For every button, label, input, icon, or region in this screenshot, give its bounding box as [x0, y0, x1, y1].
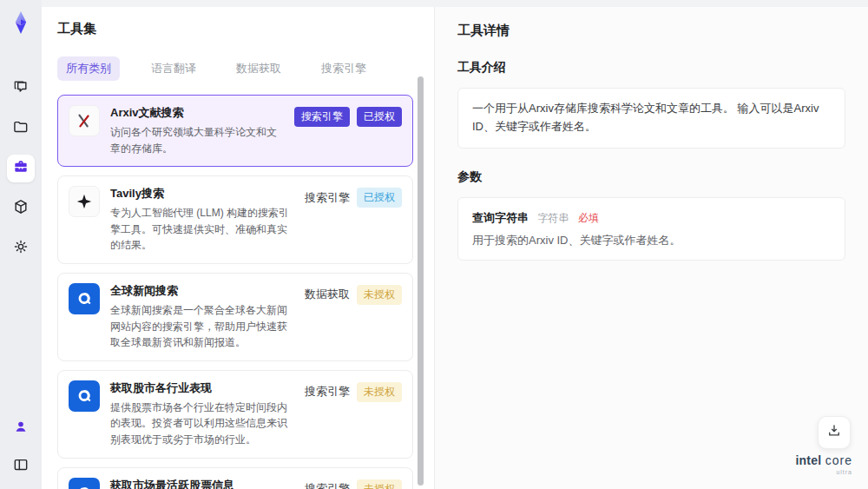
status-badge: 未授权 [357, 285, 402, 305]
finance-app-logo-icon [69, 478, 100, 489]
sidebar-item-chat[interactable] [7, 75, 35, 102]
folder-icon [12, 118, 30, 139]
tool-description: 访问各个研究领域大量科学论文和文章的存储库。 [110, 124, 280, 156]
user-avatar-button[interactable] [7, 414, 35, 442]
chat-icon [12, 78, 30, 99]
list-scrollbar[interactable] [418, 76, 424, 486]
tool-name: Arxiv文献搜索 [110, 105, 280, 121]
brand-intel: intel [796, 453, 822, 467]
brand-ultra: ultra [796, 469, 852, 475]
tool-description: 专为人工智能代理 (LLM) 构建的搜索引擎工具。可快速提供实时、准确和真实的结… [110, 205, 291, 254]
tool-card-most-active-stocks[interactable]: 获取市场最活跃股票信息 提供当天交易量最高的股票列表，投资者可以利用这些信息来识… [57, 467, 413, 489]
sidebar-nav [7, 75, 35, 262]
tool-card-global-news[interactable]: 全球新闻搜索 全球新闻搜索是一个聚合全球各大新闻网站内容的搜索引擎，帮助用户快速… [57, 273, 413, 361]
app-logo[interactable] [9, 10, 33, 35]
tab-data-fetch[interactable]: 数据获取 [227, 56, 290, 81]
category-label: 数据获取 [305, 287, 350, 302]
user-icon [12, 418, 30, 439]
intel-core-logo: intel core ultra [796, 453, 852, 475]
params-heading: 参数 [457, 169, 845, 185]
download-icon [826, 423, 842, 442]
sidebar-item-toolbox[interactable] [7, 155, 35, 182]
tool-card-list: Arxiv文献搜索 访问各个研究领域大量科学论文和文章的存储库。 搜索引擎 已授… [57, 95, 413, 489]
param-type: 字符串 [537, 212, 569, 224]
tool-list-panel: 工具集 所有类别 语言翻译 数据获取 搜索引擎 A [42, 7, 434, 489]
category-label: 搜索引擎 [305, 190, 350, 206]
tab-all-categories[interactable]: 所有类别 [57, 56, 120, 81]
brand-core: core [825, 453, 852, 467]
news-app-logo-icon [69, 283, 100, 314]
detail-title: 工具详情 [457, 23, 845, 39]
status-badge: 已授权 [357, 107, 402, 127]
tab-translation[interactable]: 语言翻译 [142, 56, 205, 81]
scrollbar-thumb[interactable] [418, 76, 424, 486]
intro-text: 一个用于从Arxiv存储库搜索科学论文和文章的工具。 输入可以是Arxiv ID… [457, 88, 845, 149]
finance-app-logo-icon [69, 380, 100, 412]
param-required-flag: 必填 [578, 212, 599, 224]
tool-card-arxiv[interactable]: Arxiv文献搜索 访问各个研究领域大量科学论文和文章的存储库。 搜索引擎 已授… [57, 95, 413, 167]
tool-name: 全球新闻搜索 [110, 283, 291, 299]
download-button[interactable] [818, 416, 851, 449]
panel-toggle-button[interactable] [7, 453, 35, 480]
tool-card-tavily[interactable]: Tavily搜索 专为人工智能代理 (LLM) 构建的搜索引擎工具。可快速提供实… [57, 175, 413, 264]
panel-toggle-icon [12, 456, 30, 477]
window-top-strip [42, 0, 868, 7]
tab-search-engine[interactable]: 搜索引擎 [312, 56, 375, 81]
status-badge: 已授权 [357, 188, 402, 208]
param-name: 查询字符串 [472, 211, 529, 224]
sidebar-item-settings[interactable] [7, 235, 35, 262]
tool-card-sector-performance[interactable]: 获取股市各行业表现 提供股票市场各个行业在特定时间段内的表现。投资者可以利用这些… [57, 370, 413, 459]
sidebar-item-files[interactable] [7, 115, 35, 142]
cube-icon [12, 198, 30, 219]
tool-description: 全球新闻搜索是一个聚合全球各大新闻网站内容的搜索引擎，帮助用户快速获取全球最新资… [110, 302, 291, 351]
arxiv-logo-icon [69, 105, 100, 136]
parameter-item: 查询字符串 字符串 必填 用于搜索的Arxiv ID、关键字或作者姓名。 [457, 197, 845, 261]
left-sidebar [0, 0, 42, 489]
sidebar-bottom [7, 414, 35, 480]
tool-name: 获取市场最活跃股票信息 [110, 478, 291, 489]
status-badge: 未授权 [357, 479, 402, 489]
category-label: 搜索引擎 [305, 384, 350, 400]
tool-name: 获取股市各行业表现 [110, 380, 291, 396]
param-description: 用于搜索的Arxiv ID、关键字或作者姓名。 [472, 233, 831, 248]
toolbox-icon [12, 158, 30, 179]
category-tabs: 所有类别 语言翻译 数据获取 搜索引擎 [57, 56, 413, 81]
tool-description: 提供股票市场各个行业在特定时间段内的表现。投资者可以利用这些信息来识别表现优于或… [110, 400, 291, 448]
sidebar-item-plugins[interactable] [7, 195, 35, 222]
page-title: 工具集 [57, 21, 413, 37]
category-badge: 搜索引擎 [294, 107, 350, 127]
gear-icon [12, 238, 30, 259]
tavily-logo-icon [69, 186, 100, 217]
tool-name: Tavily搜索 [110, 186, 291, 202]
tool-detail-panel: 工具详情 工具介绍 一个用于从Arxiv存储库搜索科学论文和文章的工具。 输入可… [434, 7, 868, 489]
status-badge: 未授权 [357, 382, 402, 402]
category-label: 搜索引擎 [305, 481, 350, 489]
main-area: 工具集 所有类别 语言翻译 数据获取 搜索引擎 A [42, 0, 868, 489]
intro-heading: 工具介绍 [457, 60, 845, 76]
